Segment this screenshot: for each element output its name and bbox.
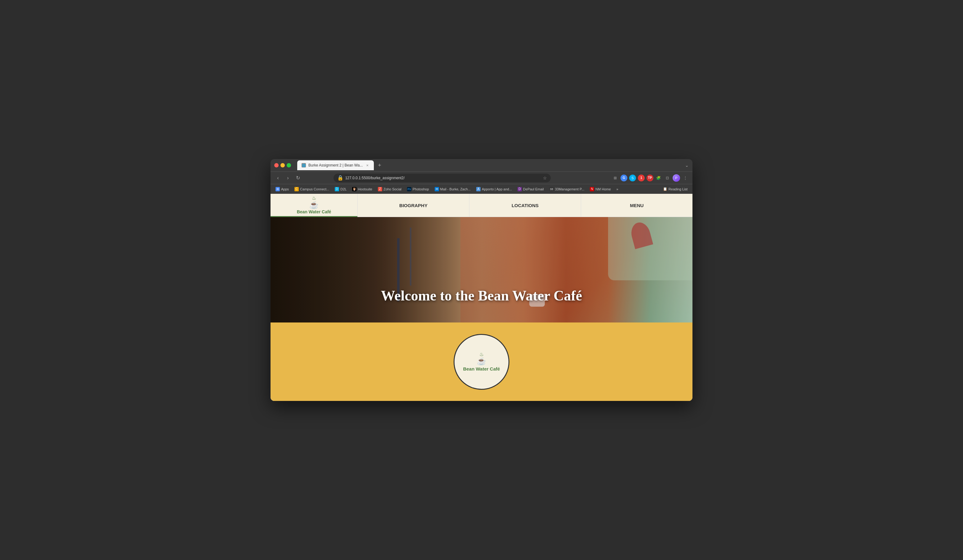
hootsuite-label: Hootsuite: [358, 187, 372, 191]
apps-label: Apps: [281, 187, 289, 191]
bookmarks-bar: ⊞ Apps C Campus Connect... D D2L 🦉 Hoots…: [271, 184, 692, 194]
nav-locations[interactable]: LOCATIONS: [469, 194, 581, 217]
url-bar[interactable]: 🔒 127.0.0.1:5500/burke_assignment2/ ☆: [334, 174, 551, 182]
tab-close-button[interactable]: ✕: [365, 163, 370, 167]
steam-icon: ♨: [312, 196, 316, 201]
zoho-label: Zoho Social: [383, 187, 402, 191]
forward-button[interactable]: ›: [284, 174, 292, 182]
reading-list-label: Reading List: [669, 187, 687, 191]
bookmark-hootsuite[interactable]: 🦉 Hootsuite: [350, 186, 374, 193]
bookmark-zoho[interactable]: Z Zoho Social: [375, 186, 404, 193]
bookmark-33mgmt[interactable]: 33 33Management P...: [547, 186, 587, 193]
title-bar: 🌐 Burke Assignment 2 | Bean Wa... ✕ + ⌄: [271, 159, 692, 172]
tab-label: Burke Assignment 2 | Bean Wa...: [308, 163, 363, 167]
bookmark-reading-list[interactable]: 📋 Reading List: [660, 186, 690, 192]
browser-actions: ⊞ G S 1 TP 🧩 ⊡ P ⋮: [612, 174, 689, 182]
hero-section: Welcome to the Bean Water Café: [271, 217, 692, 322]
address-bar: ‹ › ↻ 🔒 127.0.0.1:5500/burke_assignment2…: [271, 172, 692, 184]
bookmark-depaul[interactable]: D DePaul Email: [515, 186, 546, 193]
d2l-icon: D: [335, 187, 339, 191]
lower-logo-circle: ♨ ☕ Bean Water Café: [454, 334, 509, 390]
cast-icon[interactable]: ⊡: [664, 175, 671, 181]
window-controls-right: ⌄: [685, 163, 689, 168]
photoshop-label: Photoshop: [413, 187, 429, 191]
site-nav: ♨ ☕ Bean Water Café BIOGRAPHY LOCATIONS …: [271, 194, 692, 217]
minimize-button[interactable]: [280, 163, 285, 167]
url-text: 127.0.0.1:5500/burke_assignment2/: [345, 176, 405, 180]
nav-logo-icon: ♨ ☕: [309, 196, 319, 209]
d2l-label: D2L: [340, 187, 347, 191]
tab-bar: 🌐 Burke Assignment 2 | Bean Wa... ✕ +: [297, 160, 683, 170]
website-content: ♨ ☕ Bean Water Café BIOGRAPHY LOCATIONS …: [271, 194, 692, 401]
profile-avatar[interactable]: P: [673, 174, 680, 182]
google-icon[interactable]: G: [621, 175, 627, 181]
reload-button[interactable]: ↻: [294, 174, 302, 182]
photoshop-icon: Ps: [407, 187, 412, 191]
bookmark-nm[interactable]: N NM Home: [587, 186, 613, 193]
bookmark-more[interactable]: »: [614, 186, 621, 192]
traffic-lights: [274, 163, 291, 167]
browser-window: 🌐 Burke Assignment 2 | Bean Wa... ✕ + ⌄ …: [271, 159, 692, 401]
bookmark-mail[interactable]: ✉ Mail - Burke, Zach...: [432, 186, 473, 193]
zoho-icon: Z: [378, 187, 382, 191]
nm-label: NM Home: [595, 187, 611, 191]
hero-text: Welcome to the Bean Water Café: [381, 287, 582, 304]
chevron-down-icon: ⌄: [685, 163, 689, 168]
mail-label: Mail - Burke, Zach...: [440, 187, 471, 191]
depaul-icon: D: [517, 187, 522, 191]
lower-section: ♨ ☕ Bean Water Café: [271, 322, 692, 401]
33mgmt-icon: 33: [550, 187, 554, 191]
nav-biography[interactable]: BIOGRAPHY: [357, 194, 469, 217]
menu-icon[interactable]: ⋮: [682, 175, 689, 181]
lower-cup-icon: ☕: [477, 358, 486, 365]
new-tab-button[interactable]: +: [375, 161, 384, 170]
bookmark-d2l[interactable]: D D2L: [332, 186, 349, 193]
apporto-icon: A: [476, 187, 481, 191]
extension-badge[interactable]: 1: [638, 175, 645, 181]
nav-menu[interactable]: MENU: [581, 194, 692, 217]
lower-steam-icon: ♨: [479, 352, 484, 357]
reading-list-icon: 📋: [663, 187, 667, 191]
lock-icon: 🔒: [337, 175, 344, 181]
hootsuite-icon: 🦉: [352, 187, 357, 191]
depaul-label: DePaul Email: [523, 187, 544, 191]
lower-logo-icon: ♨ ☕: [477, 352, 486, 365]
tp-icon[interactable]: TP: [647, 175, 653, 181]
hero-overlay: [271, 217, 692, 322]
puzzle-icon[interactable]: 🧩: [655, 175, 662, 181]
skype-icon[interactable]: S: [629, 175, 636, 181]
fullscreen-button[interactable]: [287, 163, 291, 167]
bookmark-apps[interactable]: ⊞ Apps: [273, 186, 291, 193]
nav-logo[interactable]: ♨ ☕ Bean Water Café: [271, 194, 357, 217]
back-button[interactable]: ‹: [274, 174, 282, 182]
mail-icon: ✉: [434, 187, 439, 191]
nav-logo-text: Bean Water Café: [297, 209, 331, 214]
nm-icon: N: [590, 187, 594, 191]
bookmark-apporto[interactable]: A Apporto | App and...: [474, 186, 514, 193]
campus-label: Campus Connect...: [300, 187, 329, 191]
more-label: »: [616, 187, 618, 191]
apporto-label: Apporto | App and...: [482, 187, 512, 191]
bookmark-star-icon[interactable]: ☆: [543, 175, 547, 180]
bookmark-campus[interactable]: C Campus Connect...: [292, 186, 332, 193]
hero-title: Welcome to the Bean Water Café: [381, 287, 582, 304]
active-tab[interactable]: 🌐 Burke Assignment 2 | Bean Wa... ✕: [297, 160, 374, 170]
lower-logo-text: Bean Water Café: [463, 366, 500, 371]
33mgmt-label: 33Management P...: [555, 187, 585, 191]
apps-icon: ⊞: [276, 187, 280, 191]
bookmark-photoshop[interactable]: Ps Photoshop: [405, 186, 431, 193]
cup-icon: ☕: [309, 201, 319, 209]
extensions-icon[interactable]: ⊞: [612, 175, 619, 181]
close-button[interactable]: [274, 163, 279, 167]
campus-icon: C: [294, 187, 299, 191]
tab-favicon: 🌐: [302, 163, 306, 167]
